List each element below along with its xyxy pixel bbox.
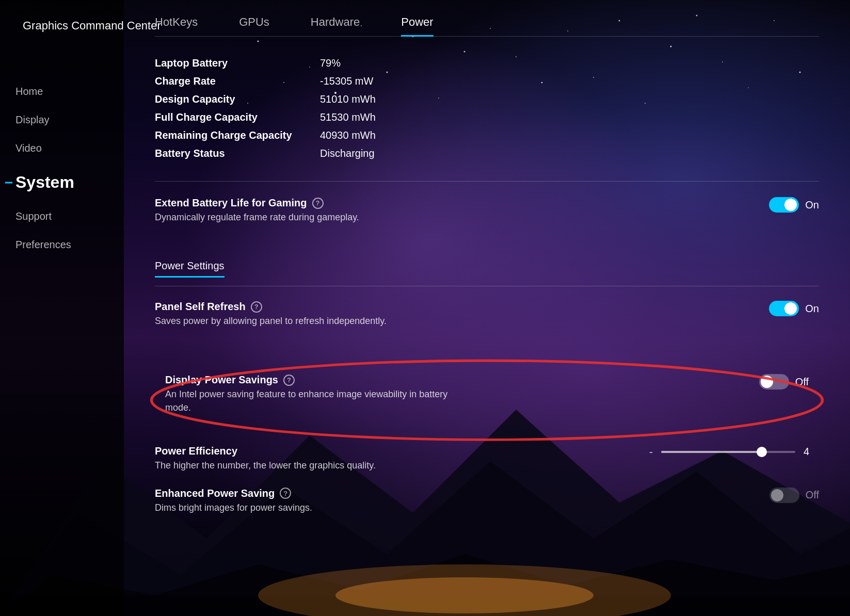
panel-self-refresh-desc: Saves power by allowing panel to refresh… [155, 315, 439, 328]
extend-battery-state: On [805, 199, 819, 211]
sidebar-item-video-label: Video [15, 142, 42, 154]
enhanced-power-saving-desc: Dims bright images for power savings. [155, 501, 439, 514]
remaining-charge-value: 40930 mWh [320, 129, 376, 141]
sidebar-item-preferences[interactable]: Preferences [0, 231, 124, 259]
panel-self-refresh-toggle[interactable] [769, 301, 799, 316]
tab-hardware[interactable]: Hardware [311, 15, 360, 36]
power-efficiency-info: Power Efficiency The higher the number, … [155, 445, 649, 472]
slider-minus-icon: - [649, 445, 653, 459]
laptop-battery-value: 79% [320, 57, 341, 69]
charge-rate-label: Charge Rate [155, 75, 320, 87]
power-efficiency-section: Power Efficiency The higher the number, … [155, 445, 819, 472]
tab-gpus[interactable]: GPUs [239, 15, 269, 36]
extend-battery-row: Extend Battery Life for Gaming ? Dynamic… [155, 197, 819, 224]
enhanced-power-saving-title: Enhanced Power Saving ? [155, 488, 757, 499]
main-content: HotKeys GPUs Hardware Power Laptop Batte… [124, 0, 850, 616]
logo-area: intel. Graphics Command Center [0, 0, 124, 46]
panel-self-refresh-control: On [757, 301, 819, 316]
extend-battery-title: Extend Battery Life for Gaming ? [155, 197, 757, 209]
display-power-savings-desc: An Intel power saving feature to enhance… [165, 388, 449, 414]
charge-rate-value: -15305 mW [320, 75, 373, 87]
enhanced-power-saving-section: Enhanced Power Saving ? Dims bright imag… [155, 488, 819, 514]
laptop-battery-label: Laptop Battery [155, 57, 320, 69]
extend-battery-control: On [757, 197, 819, 213]
table-row: Charge Rate -15305 mW [155, 75, 819, 87]
navigation: Home Display Video System Support Prefer… [0, 77, 124, 616]
power-settings-tab-container: Power Settings [155, 260, 819, 278]
table-row: Battery Status Discharging [155, 148, 819, 159]
enhanced-power-saving-state: Off [806, 489, 819, 501]
extend-battery-info: Extend Battery Life for Gaming ? Dynamic… [155, 197, 757, 224]
sidebar-item-system[interactable]: System [0, 163, 124, 202]
power-efficiency-row: Power Efficiency The higher the number, … [155, 445, 819, 472]
battery-status-label: Battery Status [155, 148, 320, 159]
table-row: Laptop Battery 79% [155, 57, 819, 69]
panel-self-refresh-info: Panel Self Refresh ? Saves power by allo… [155, 301, 757, 328]
table-row: Remaining Charge Capacity 40930 mWh [155, 129, 819, 141]
tab-power[interactable]: Power [401, 15, 433, 36]
display-power-savings-row: Display Power Savings ? An Intel power s… [165, 374, 809, 414]
power-efficiency-title: Power Efficiency [155, 445, 649, 457]
panel-self-refresh-title: Panel Self Refresh ? [155, 301, 757, 313]
sidebar-item-video[interactable]: Video [0, 134, 124, 163]
extend-battery-help-icon[interactable]: ? [312, 198, 324, 209]
panel-self-refresh-section: Panel Self Refresh ? Saves power by allo… [155, 301, 819, 348]
design-capacity-label: Design Capacity [155, 93, 320, 105]
enhanced-power-saving-control: Off [757, 488, 819, 503]
power-settings-tab[interactable]: Power Settings [155, 260, 224, 278]
power-efficiency-value: 4 [804, 446, 819, 458]
sidebar-item-display[interactable]: Display [0, 106, 124, 134]
sidebar-item-home-label: Home [15, 86, 43, 98]
design-capacity-value: 51010 mWh [320, 93, 376, 105]
panel-self-refresh-state: On [805, 303, 819, 315]
battery-status-value: Discharging [320, 148, 375, 159]
sidebar-item-home[interactable]: Home [0, 77, 124, 106]
display-power-savings-control: Off [747, 374, 809, 390]
panel-self-refresh-help-icon[interactable]: ? [251, 301, 262, 313]
sidebar-item-preferences-label: Preferences [15, 239, 71, 251]
sidebar-item-support[interactable]: Support [0, 202, 124, 231]
display-power-savings-help-icon[interactable]: ? [283, 375, 295, 386]
panel-self-refresh-row: Panel Self Refresh ? Saves power by allo… [155, 301, 819, 328]
power-efficiency-control: - 4 [649, 445, 819, 459]
enhanced-power-saving-row: Enhanced Power Saving ? Dims bright imag… [155, 488, 819, 514]
sidebar-item-support-label: Support [15, 210, 52, 222]
enhanced-power-saving-info: Enhanced Power Saving ? Dims bright imag… [155, 488, 757, 514]
tab-hotkeys[interactable]: HotKeys [155, 15, 198, 36]
slider-thumb[interactable] [757, 447, 767, 457]
sidebar-item-display-label: Display [15, 114, 50, 126]
sidebar-item-system-label: System [15, 173, 74, 192]
display-power-savings-info: Display Power Savings ? An Intel power s… [165, 374, 747, 414]
extend-battery-desc: Dynamically regulate frame rate during g… [155, 211, 439, 224]
enhanced-power-saving-help-icon[interactable]: ? [280, 488, 291, 499]
top-tabs: HotKeys GPUs Hardware Power [155, 0, 819, 37]
battery-info-section: Laptop Battery 79% Charge Rate -15305 mW… [155, 57, 819, 182]
display-power-savings-toggle[interactable] [759, 374, 789, 390]
sidebar: intel. Graphics Command Center Home Disp… [0, 0, 124, 616]
full-charge-capacity-value: 51530 mWh [320, 111, 376, 123]
enhanced-power-saving-toggle[interactable] [769, 488, 799, 503]
table-row: Full Charge Capacity 51530 mWh [155, 111, 819, 123]
display-power-savings-state: Off [795, 376, 809, 388]
full-charge-capacity-label: Full Charge Capacity [155, 111, 320, 123]
extend-battery-toggle[interactable] [769, 197, 799, 213]
table-row: Design Capacity 51010 mWh [155, 93, 819, 105]
settings-divider [155, 286, 819, 286]
power-efficiency-slider[interactable] [661, 451, 795, 453]
remaining-charge-label: Remaining Charge Capacity [155, 129, 320, 141]
power-efficiency-desc: The higher the number, the lower the gra… [155, 459, 439, 472]
display-power-savings-title: Display Power Savings ? [165, 374, 747, 386]
slider-fill [661, 451, 762, 453]
display-power-savings-section: Display Power Savings ? An Intel power s… [155, 364, 819, 429]
extend-battery-section: Extend Battery Life for Gaming ? Dynamic… [155, 197, 819, 245]
